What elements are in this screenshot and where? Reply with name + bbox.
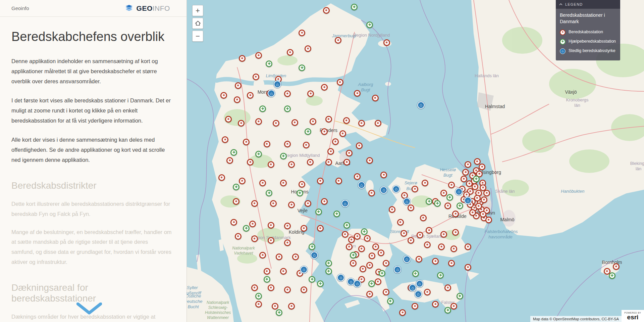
blue-station-marker[interactable]: ⌂: [403, 198, 411, 205]
red-station-marker[interactable]: ✶: [350, 260, 357, 267]
red-station-marker[interactable]: ✶: [474, 195, 481, 201]
blue-station-marker[interactable]: ⌂: [416, 280, 423, 287]
green-station-marker[interactable]: ✚: [259, 105, 266, 112]
red-station-marker[interactable]: ✶: [358, 245, 365, 252]
home-button[interactable]: [192, 18, 203, 29]
red-station-marker[interactable]: ✶: [305, 200, 311, 207]
red-station-marker[interactable]: ✶: [234, 96, 240, 103]
green-station-marker[interactable]: ✚: [297, 190, 303, 196]
red-station-marker[interactable]: ✶: [417, 232, 423, 238]
red-station-marker[interactable]: ✶: [479, 164, 485, 170]
red-station-marker[interactable]: ✶: [272, 303, 278, 310]
red-station-marker[interactable]: ✶: [424, 289, 431, 295]
green-station-marker[interactable]: ✚: [426, 198, 432, 205]
blue-station-marker[interactable]: ⌂: [403, 256, 411, 263]
red-station-marker[interactable]: ✶: [327, 148, 334, 155]
red-station-marker[interactable]: ✶: [422, 180, 428, 186]
red-station-marker[interactable]: ✶: [450, 245, 457, 252]
green-station-marker[interactable]: ✚: [325, 260, 332, 267]
red-station-marker[interactable]: ✶: [255, 301, 262, 308]
scroll-down-chevron[interactable]: [76, 303, 102, 316]
red-station-marker[interactable]: ✶: [474, 158, 481, 165]
zoom-out-button[interactable]: −: [192, 31, 203, 42]
green-station-marker[interactable]: ✚: [333, 211, 340, 217]
red-station-marker[interactable]: ✶: [235, 82, 241, 89]
red-station-marker[interactable]: ✶: [346, 243, 353, 250]
red-station-marker[interactable]: ✶: [358, 120, 365, 127]
red-station-marker[interactable]: ✶: [408, 237, 414, 244]
red-station-marker[interactable]: ✶: [335, 178, 342, 184]
red-station-marker[interactable]: ✶: [284, 141, 291, 147]
blue-station-marker[interactable]: ⌂: [415, 290, 422, 298]
blue-station-marker[interactable]: ⌂: [311, 251, 318, 259]
red-station-marker[interactable]: ✶: [613, 263, 620, 270]
red-station-marker[interactable]: ✶: [305, 45, 311, 52]
green-station-marker[interactable]: ✚: [230, 149, 237, 156]
green-station-marker[interactable]: ✚: [457, 293, 463, 300]
red-station-marker[interactable]: ✶: [321, 84, 328, 91]
red-station-marker[interactable]: ✶: [317, 178, 324, 184]
red-station-marker[interactable]: ✶: [299, 181, 305, 188]
red-station-marker[interactable]: ✶: [292, 254, 299, 260]
map-canvas[interactable]: JammerbugtRegion NordjyllandLimfjordenMo…: [187, 0, 644, 322]
blue-station-marker[interactable]: ⌂: [341, 200, 349, 207]
blue-station-marker[interactable]: ⌂: [268, 90, 275, 97]
red-station-marker[interactable]: ✶: [253, 74, 259, 80]
green-station-marker[interactable]: ✚: [276, 309, 282, 316]
red-station-marker[interactable]: ✶: [225, 116, 232, 123]
red-station-marker[interactable]: ✶: [299, 30, 305, 36]
zoom-in-button[interactable]: +: [192, 5, 203, 16]
red-station-marker[interactable]: ✶: [481, 196, 487, 203]
red-station-marker[interactable]: ✶: [383, 289, 389, 295]
green-station-marker[interactable]: ✚: [361, 228, 368, 235]
red-station-marker[interactable]: ✶: [343, 117, 350, 124]
red-station-marker[interactable]: ✶: [325, 116, 332, 123]
red-station-marker[interactable]: ✶: [233, 198, 239, 205]
red-station-marker[interactable]: ✶: [238, 120, 245, 127]
green-station-marker[interactable]: ✚: [609, 272, 615, 279]
red-station-marker[interactable]: ✶: [485, 217, 492, 223]
red-station-marker[interactable]: ✶: [360, 266, 366, 272]
red-station-marker[interactable]: ✶: [397, 219, 404, 226]
red-station-marker[interactable]: ✶: [251, 284, 258, 291]
red-station-marker[interactable]: ✶: [366, 157, 373, 164]
red-station-marker[interactable]: ✶: [255, 118, 262, 125]
green-station-marker[interactable]: ✚: [343, 222, 350, 229]
red-station-marker[interactable]: ✶: [483, 190, 490, 196]
green-station-marker[interactable]: ✚: [233, 184, 239, 190]
green-station-marker[interactable]: ✚: [255, 151, 262, 157]
blue-station-marker[interactable]: ⌂: [464, 197, 472, 204]
red-station-marker[interactable]: ✶: [383, 260, 389, 267]
red-station-marker[interactable]: ✶: [465, 264, 471, 271]
green-station-marker[interactable]: ✚: [350, 252, 357, 259]
red-station-marker[interactable]: ✶: [408, 204, 414, 211]
red-station-marker[interactable]: ✶: [310, 118, 316, 125]
red-station-marker[interactable]: ✶: [465, 161, 471, 168]
red-station-marker[interactable]: ✶: [301, 286, 307, 293]
red-station-marker[interactable]: ✶: [273, 120, 279, 127]
green-station-marker[interactable]: ✚: [434, 200, 441, 207]
red-station-marker[interactable]: ✶: [472, 183, 478, 190]
green-station-marker[interactable]: ✚: [266, 60, 272, 67]
red-station-marker[interactable]: ✶: [284, 90, 291, 97]
green-station-marker[interactable]: ✚: [317, 280, 324, 287]
red-station-marker[interactable]: ✶: [337, 79, 343, 86]
red-station-marker[interactable]: ✶: [375, 120, 381, 127]
red-station-marker[interactable]: ✶: [342, 231, 348, 238]
red-station-marker[interactable]: ✶: [276, 254, 282, 260]
red-station-marker[interactable]: ✶: [366, 291, 373, 297]
red-station-marker[interactable]: ✶: [440, 231, 447, 238]
red-station-marker[interactable]: ✶: [444, 284, 451, 291]
red-station-marker[interactable]: ✶: [222, 136, 228, 143]
red-station-marker[interactable]: ✶: [424, 241, 431, 248]
red-station-marker[interactable]: ✶: [462, 169, 469, 176]
red-station-marker[interactable]: ✶: [475, 203, 482, 210]
green-station-marker[interactable]: ✚: [444, 307, 451, 314]
red-station-marker[interactable]: ✶: [380, 172, 387, 178]
red-station-marker[interactable]: ✶: [339, 130, 346, 137]
green-station-marker[interactable]: ✚: [446, 194, 453, 201]
red-station-marker[interactable]: ✶: [284, 223, 291, 229]
red-station-marker[interactable]: ✶: [383, 39, 390, 46]
red-station-marker[interactable]: ✶: [346, 150, 353, 156]
red-station-marker[interactable]: ✶: [307, 159, 314, 166]
